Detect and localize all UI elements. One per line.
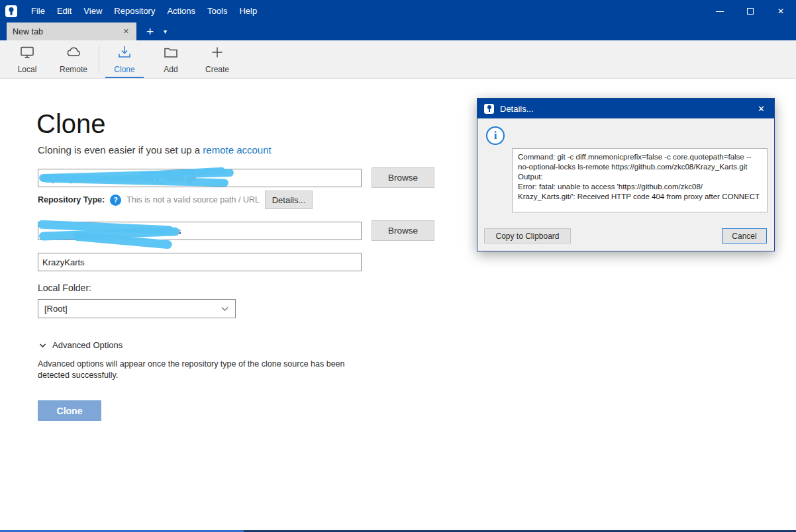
close-button[interactable]: ✕ <box>766 0 796 22</box>
source-path-input[interactable] <box>38 169 362 187</box>
browse-source-button[interactable]: Browse <box>372 167 434 188</box>
help-icon[interactable]: ? <box>110 195 121 206</box>
maximize-icon <box>747 8 754 15</box>
toolbar-clone[interactable]: Clone <box>101 40 148 78</box>
details-button[interactable]: Details... <box>265 191 313 209</box>
toolbar-separator <box>99 46 99 73</box>
repo-name-input[interactable] <box>38 253 362 271</box>
app-icon <box>5 5 17 17</box>
tab-label: New tab <box>13 27 122 36</box>
dialog-body: i Command: git -c diff.mnemonicprefix=fa… <box>477 118 774 251</box>
toolbar-create[interactable]: Create <box>194 40 240 78</box>
toolbar-local[interactable]: Local <box>4 40 50 78</box>
menu-help[interactable]: Help <box>233 0 263 22</box>
repository-type-label: Repository Type: <box>38 195 105 204</box>
dialog-buttons: Copy to Clipboard Cancel <box>484 228 767 244</box>
maximize-button[interactable] <box>735 0 766 22</box>
error-message-box[interactable]: Command: git -c diff.mnemonicprefix=fals… <box>512 148 768 212</box>
repository-type-row: Repository Type: ? This is not a valid s… <box>38 191 313 209</box>
details-dialog: Details... ✕ i Command: git -c diff.mnem… <box>477 98 775 251</box>
remote-account-link[interactable]: remote account <box>203 144 271 155</box>
toolbar-create-label: Create <box>205 65 229 74</box>
clone-button[interactable]: Clone <box>38 400 101 421</box>
browse-destination-button[interactable]: Browse <box>372 220 434 241</box>
chevron-down-icon <box>39 343 46 348</box>
advanced-options-toggle[interactable]: Advanced Options <box>39 340 123 350</box>
tabbar: New tab ✕ + ▾ <box>0 22 796 40</box>
menu-repository[interactable]: Repository <box>108 0 161 22</box>
tab-list-caret-icon[interactable]: ▾ <box>164 22 167 40</box>
new-tab-button[interactable]: + <box>146 22 154 40</box>
dialog-app-icon <box>484 104 494 114</box>
dialog-titlebar[interactable]: Details... ✕ <box>477 99 774 118</box>
app-window: File Edit View Repository Actions Tools … <box>0 0 796 532</box>
info-icon: i <box>486 126 505 145</box>
toolbar-remote-label: Remote <box>60 65 87 74</box>
local-folder-label: Local Folder: <box>38 283 91 293</box>
menu-edit[interactable]: Edit <box>51 0 77 22</box>
local-monitor-icon <box>19 44 35 62</box>
local-folder-value: [Root] <box>44 304 68 314</box>
menubar: File Edit View Repository Actions Tools … <box>25 0 263 22</box>
remote-cloud-icon <box>66 44 81 62</box>
subtitle-text: Cloning is even easier if you set up a <box>38 144 203 155</box>
local-folder-select[interactable]: [Root] <box>38 299 236 318</box>
cancel-button[interactable]: Cancel <box>722 228 767 244</box>
repository-type-status: This is not a valid source path / URL <box>126 195 260 204</box>
tab-close-icon[interactable]: ✕ <box>122 26 130 37</box>
page-title: Clone <box>36 109 106 139</box>
subtitle: Cloning is even easier if you set up a r… <box>38 144 272 155</box>
dropdown-chevron-icon <box>221 306 229 312</box>
toolbar-clone-label: Clone <box>114 65 134 74</box>
minimize-button[interactable]: — <box>705 0 735 22</box>
toolbar: Local Remote Clone Add Create <box>0 40 796 79</box>
menu-tools[interactable]: Tools <box>201 0 233 22</box>
window-controls: — ✕ <box>705 0 796 22</box>
menu-file[interactable]: File <box>25 0 51 22</box>
add-folder-icon <box>163 44 179 62</box>
dialog-title: Details... <box>500 104 534 114</box>
destination-path-input[interactable] <box>38 222 362 240</box>
advanced-options-note: Advanced options will appear once the re… <box>38 359 372 381</box>
menu-view[interactable]: View <box>77 0 108 22</box>
toolbar-add-label: Add <box>164 65 177 74</box>
dialog-close-button[interactable]: ✕ <box>755 104 768 114</box>
toolbar-add[interactable]: Add <box>148 40 194 78</box>
create-plus-icon <box>209 44 225 62</box>
titlebar: File Edit View Repository Actions Tools … <box>0 0 796 22</box>
tab-new-tab[interactable]: New tab ✕ <box>7 22 136 40</box>
menu-actions[interactable]: Actions <box>161 0 201 22</box>
toolbar-local-label: Local <box>18 65 37 74</box>
clone-download-icon <box>117 44 132 62</box>
toolbar-remote[interactable]: Remote <box>50 40 97 78</box>
copy-to-clipboard-button[interactable]: Copy to Clipboard <box>484 228 571 244</box>
advanced-options-label: Advanced Options <box>52 340 123 350</box>
